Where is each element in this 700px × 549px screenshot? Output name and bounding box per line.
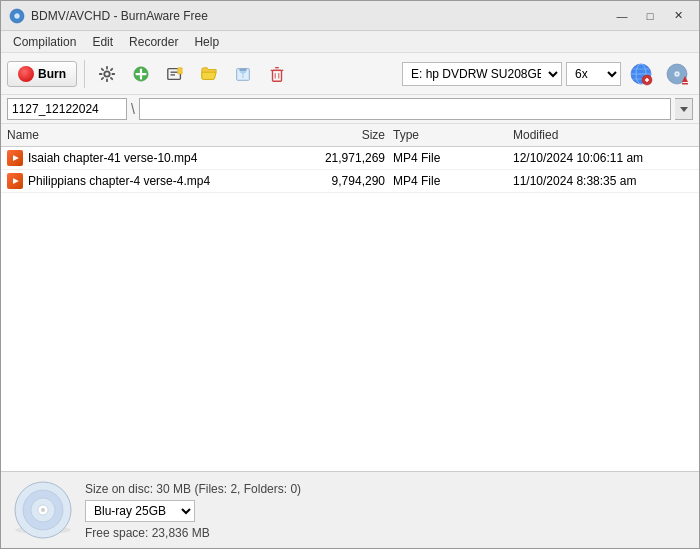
svg-point-39 bbox=[41, 508, 45, 512]
folder-name-input[interactable] bbox=[7, 98, 127, 120]
status-info: Size on disc: 30 MB (Files: 2, Folders: … bbox=[85, 480, 301, 540]
toolbar-separator-1 bbox=[84, 60, 85, 88]
title-bar-left: BDMV/AVCHD - BurnAware Free bbox=[9, 8, 208, 24]
eject-disc-icon bbox=[665, 62, 689, 86]
svg-rect-32 bbox=[682, 83, 688, 85]
mp4-file-icon: ▶ bbox=[7, 150, 23, 166]
free-space-text: Free space: 23,836 MB bbox=[85, 526, 301, 540]
archive-button[interactable] bbox=[228, 59, 258, 89]
menu-bar: Compilation Edit Recorder Help bbox=[1, 31, 699, 53]
burn-label: Burn bbox=[38, 67, 66, 81]
eject-button[interactable] bbox=[661, 58, 693, 90]
menu-compilation[interactable]: Compilation bbox=[5, 33, 84, 51]
window-title: BDMV/AVCHD - BurnAware Free bbox=[31, 9, 208, 23]
col-type[interactable]: Type bbox=[393, 128, 513, 142]
open-folder-button[interactable] bbox=[194, 59, 224, 89]
svg-rect-15 bbox=[273, 70, 282, 81]
menu-recorder[interactable]: Recorder bbox=[121, 33, 186, 51]
delete-icon bbox=[268, 65, 286, 83]
disc-type-select[interactable]: Blu-ray 25GB DVD 4.7GB DVD 8.5GB BD-R 25… bbox=[85, 500, 195, 522]
svg-point-30 bbox=[676, 73, 678, 75]
col-size[interactable]: Size bbox=[273, 128, 393, 142]
status-bar: Size on disc: 30 MB (Files: 2, Folders: … bbox=[1, 471, 699, 548]
burn-icon bbox=[18, 66, 34, 82]
delete-button[interactable] bbox=[262, 59, 292, 89]
col-name[interactable]: Name bbox=[7, 128, 273, 142]
add-files-button[interactable] bbox=[126, 59, 156, 89]
menu-edit[interactable]: Edit bbox=[84, 33, 121, 51]
speed-select[interactable]: 6x 4x 2x bbox=[566, 62, 621, 86]
rename-button[interactable] bbox=[160, 59, 190, 89]
disc-graphic bbox=[13, 480, 73, 540]
file-name: Philippians chapter-4 verse-4.mp4 bbox=[28, 174, 210, 188]
path-breadcrumb bbox=[139, 98, 671, 120]
title-controls: — □ ✕ bbox=[609, 6, 691, 26]
rename-icon bbox=[166, 65, 184, 83]
app-icon bbox=[9, 8, 25, 24]
path-separator: \ bbox=[131, 101, 135, 117]
maximize-button[interactable]: □ bbox=[637, 6, 663, 26]
gear-icon bbox=[98, 65, 116, 83]
svg-point-3 bbox=[104, 71, 109, 76]
file-type: MP4 File bbox=[393, 151, 513, 165]
file-modified: 11/10/2024 8:38:35 am bbox=[513, 174, 693, 188]
settings-button[interactable] bbox=[92, 59, 122, 89]
main-window: BDMV/AVCHD - BurnAware Free — □ ✕ Compil… bbox=[0, 0, 700, 549]
svg-rect-13 bbox=[240, 71, 245, 73]
file-modified: 12/10/2024 10:06:11 am bbox=[513, 151, 693, 165]
col-modified[interactable]: Modified bbox=[513, 128, 693, 142]
toolbar: Burn bbox=[1, 53, 699, 95]
file-size: 9,794,290 bbox=[273, 174, 393, 188]
file-name: Isaiah chapter-41 verse-10.mp4 bbox=[28, 151, 197, 165]
add-icon bbox=[132, 65, 150, 83]
file-type: MP4 File bbox=[393, 174, 513, 188]
close-button[interactable]: ✕ bbox=[665, 6, 691, 26]
file-name-cell: ▶ Isaiah chapter-41 verse-10.mp4 bbox=[7, 150, 273, 166]
path-bar: \ bbox=[1, 95, 699, 124]
file-area: ▶ Isaiah chapter-41 verse-10.mp4 21,971,… bbox=[1, 147, 699, 471]
table-row[interactable]: ▶ Philippians chapter-4 verse-4.mp4 9,79… bbox=[1, 170, 699, 193]
size-on-disc-text: Size on disc: 30 MB (Files: 2, Folders: … bbox=[85, 482, 301, 496]
svg-point-2 bbox=[16, 15, 18, 17]
svg-rect-10 bbox=[178, 67, 183, 73]
file-list-header: Name Size Type Modified bbox=[1, 124, 699, 147]
chevron-down-icon bbox=[680, 107, 688, 112]
table-row[interactable]: ▶ Isaiah chapter-41 verse-10.mp4 21,971,… bbox=[1, 147, 699, 170]
folder-open-icon bbox=[200, 65, 218, 83]
mp4-file-icon: ▶ bbox=[7, 173, 23, 189]
burn-button[interactable]: Burn bbox=[7, 61, 77, 87]
drive-select[interactable]: E: hp DVDRW SU208GB bbox=[402, 62, 562, 86]
file-size: 21,971,269 bbox=[273, 151, 393, 165]
minimize-button[interactable]: — bbox=[609, 6, 635, 26]
file-name-cell: ▶ Philippians chapter-4 verse-4.mp4 bbox=[7, 173, 273, 189]
path-dropdown-button[interactable] bbox=[675, 98, 693, 120]
menu-help[interactable]: Help bbox=[186, 33, 227, 51]
world-icon bbox=[629, 62, 653, 86]
browse-network-button[interactable] bbox=[625, 58, 657, 90]
svg-rect-12 bbox=[239, 68, 246, 71]
archive-icon bbox=[234, 65, 252, 83]
title-bar: BDMV/AVCHD - BurnAware Free — □ ✕ bbox=[1, 1, 699, 31]
